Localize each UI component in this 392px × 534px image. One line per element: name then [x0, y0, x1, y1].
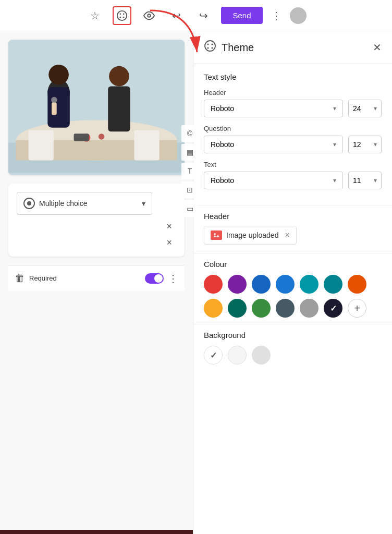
theme-panel-header: Theme ✕: [193, 31, 392, 64]
colour-section: Colour +: [193, 253, 392, 324]
remove-option-1-icon[interactable]: ×: [166, 221, 172, 232]
background-colour-options: [204, 346, 382, 365]
colour-dark-teal[interactable]: [228, 299, 247, 318]
header-style-row: Header Roboto ▾ 24 ▾: [204, 89, 382, 117]
question-bottom-bar: 🗑 Required ⋮: [8, 265, 185, 291]
photo-image: [8, 40, 185, 175]
text-size-select[interactable]: 11 ▾: [348, 172, 382, 189]
background-section-title: Background: [204, 331, 382, 339]
image-card: [8, 40, 185, 175]
side-icon-5[interactable]: ▭: [181, 200, 198, 217]
text-style-row: Text Roboto ▾ 11 ▾: [204, 161, 382, 189]
header-size-value: 24: [353, 104, 361, 113]
svg-point-19: [99, 134, 105, 140]
background-section: Background: [193, 324, 392, 371]
question-size-select[interactable]: 12 ▾: [348, 136, 382, 153]
header-style-label: Header: [204, 89, 382, 96]
user-avatar[interactable]: [290, 7, 307, 24]
text-font-select[interactable]: Roboto ▾: [204, 172, 343, 189]
header-font-chevron: ▾: [333, 105, 336, 112]
question-size-chevron: ▾: [374, 141, 377, 148]
svg-rect-15: [47, 87, 69, 127]
colour-cyan[interactable]: [300, 275, 318, 294]
text-style-controls: Roboto ▾ 11 ▾: [204, 172, 382, 189]
add-colour-button[interactable]: +: [348, 299, 366, 318]
bg-white[interactable]: [204, 346, 223, 365]
send-button[interactable]: Send: [221, 7, 262, 24]
radio-inner: [27, 201, 31, 205]
colour-purple[interactable]: [228, 275, 247, 294]
svg-point-5: [148, 14, 151, 17]
header-image-section: Header Image uploaded ×: [193, 205, 392, 253]
radio-icon: [23, 198, 35, 209]
multiple-choice-card: Multiple choice ▾ × ×: [8, 184, 185, 257]
side-strip: © ▤ T ⊡ ▭: [181, 125, 198, 217]
colour-dark-selected[interactable]: [324, 299, 342, 318]
theme-panel-title: Theme: [222, 42, 368, 54]
text-style-label: Text: [204, 161, 382, 168]
colour-green[interactable]: [252, 299, 271, 318]
mc-option-2: ×: [17, 237, 176, 248]
header-size-select[interactable]: 24 ▾: [348, 100, 382, 117]
bookmark-icon[interactable]: ☆: [85, 6, 104, 25]
svg-rect-12: [134, 130, 159, 160]
colour-section-title: Colour: [204, 260, 382, 269]
colour-grey[interactable]: [300, 299, 318, 318]
svg-point-0: [117, 10, 127, 20]
theme-icon[interactable]: [113, 6, 131, 25]
bg-grey[interactable]: [252, 346, 271, 365]
svg-rect-17: [108, 86, 130, 131]
svg-point-16: [109, 66, 129, 87]
required-label: Required: [29, 274, 141, 282]
svg-rect-11: [29, 130, 54, 160]
side-icon-3[interactable]: T: [181, 163, 198, 179]
redo-icon[interactable]: ↪: [194, 6, 213, 25]
colour-yellow[interactable]: [204, 299, 223, 318]
question-style-label: Question: [204, 125, 382, 132]
svg-point-4: [123, 16, 125, 18]
image-icon: [211, 230, 222, 240]
svg-point-29: [214, 233, 216, 235]
colour-blue[interactable]: [276, 275, 295, 294]
question-style-controls: Roboto ▾ 12 ▾: [204, 136, 382, 153]
colour-dark-blue[interactable]: [252, 275, 271, 294]
theme-panel-icon: [204, 40, 216, 55]
colour-orange[interactable]: [348, 275, 366, 294]
side-icon-2[interactable]: ▤: [181, 144, 198, 161]
required-toggle[interactable]: [145, 273, 164, 284]
svg-point-24: [207, 44, 209, 45]
colour-teal[interactable]: [324, 275, 342, 294]
bg-light-grey[interactable]: [228, 346, 247, 365]
header-font-value: Roboto: [211, 104, 234, 113]
svg-rect-21: [52, 102, 57, 115]
question-font-chevron: ▾: [333, 141, 336, 148]
mc-options-list: × ×: [17, 221, 176, 248]
delete-question-icon[interactable]: 🗑: [15, 272, 25, 284]
svg-point-14: [48, 65, 69, 85]
dropdown-chevron-icon: ▾: [142, 199, 145, 208]
more-options-icon[interactable]: ⋮: [168, 272, 178, 285]
text-style-section: Text style Header Roboto ▾ 24 ▾ Quest: [193, 64, 392, 205]
svg-point-27: [212, 47, 213, 49]
side-icon-4[interactable]: ⊡: [181, 181, 198, 198]
remove-image-icon[interactable]: ×: [285, 230, 289, 240]
question-font-select[interactable]: Roboto ▾: [204, 136, 343, 153]
theme-panel: Theme ✕ Text style Header Roboto ▾ 24 ▾: [193, 31, 392, 534]
colour-red[interactable]: [204, 275, 223, 294]
header-style-controls: Roboto ▾ 24 ▾: [204, 100, 382, 117]
image-uploaded-label: Image uploaded: [226, 231, 278, 239]
photo-area: [8, 40, 185, 175]
question-type-select[interactable]: Multiple choice ▾: [17, 192, 152, 215]
svg-rect-20: [74, 134, 89, 141]
preview-icon[interactable]: [140, 6, 158, 25]
remove-option-2-icon[interactable]: ×: [166, 237, 172, 248]
header-font-select[interactable]: Roboto ▾: [204, 100, 343, 117]
theme-close-icon[interactable]: ✕: [373, 41, 382, 54]
svg-point-26: [207, 47, 209, 49]
text-font-value: Roboto: [211, 176, 234, 185]
more-menu-icon[interactable]: ⋮: [271, 9, 281, 22]
side-icon-1[interactable]: ©: [181, 125, 198, 142]
question-font-value: Roboto: [211, 140, 234, 149]
colour-blue-grey[interactable]: [276, 299, 295, 318]
undo-icon[interactable]: ↩: [167, 6, 186, 25]
